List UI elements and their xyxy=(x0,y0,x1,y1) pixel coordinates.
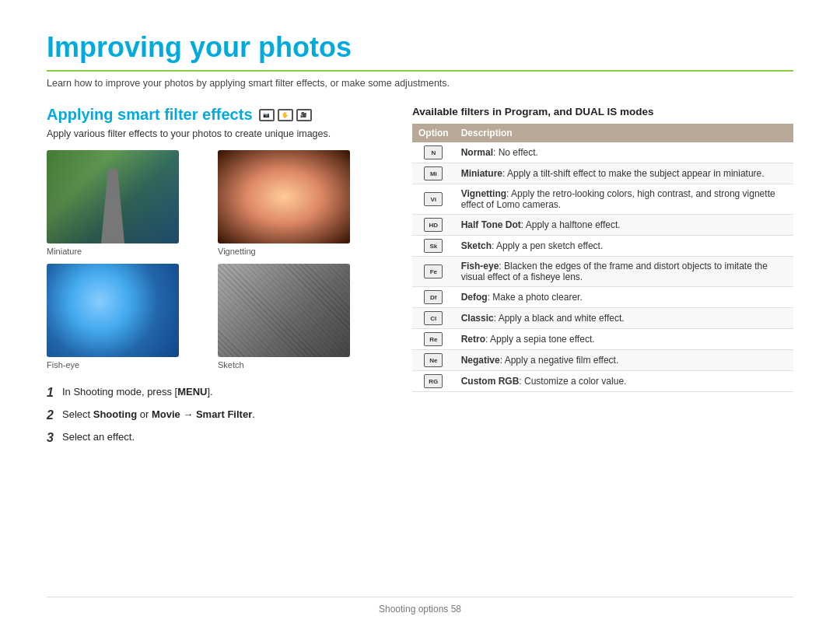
filter-name: Half Tone Dot xyxy=(461,219,521,230)
filter-name: Negative xyxy=(461,355,500,366)
filter-description-cell: Sketch: Apply a pen sketch effect. xyxy=(455,236,793,257)
table-row: ReRetro: Apply a sepia tone effect. xyxy=(412,329,793,350)
step-2: 2 Select Shooting or Movie → Smart Filte… xyxy=(47,408,381,424)
filter-table: Option Description NNormal: No effect.Mi… xyxy=(412,124,793,392)
filter-name: Classic xyxy=(461,313,494,324)
photo-vignetting-img xyxy=(218,150,350,243)
table-header-option: Option xyxy=(412,124,455,142)
step-3: 3 Select an effect. xyxy=(47,430,381,447)
filter-icon-cell: Re xyxy=(412,329,455,350)
filter-description-cell: Normal: No effect. xyxy=(455,142,793,163)
photo-item-miniature: Miniature xyxy=(47,150,210,256)
filter-icon: Df xyxy=(424,290,443,304)
filter-name: Defog xyxy=(461,292,488,303)
table-row: FeFish-eye: Blacken the edges of the fra… xyxy=(412,257,793,287)
filter-icon: Ne xyxy=(424,353,443,367)
photo-miniature-img xyxy=(47,150,179,243)
filter-icon: Sk xyxy=(424,239,443,253)
filter-icon: RG xyxy=(424,374,443,388)
step-1-num: 1 xyxy=(47,385,58,401)
table-title: Available filters in Program, and DUAL I… xyxy=(412,106,793,117)
photo-box-vignetting xyxy=(218,150,350,243)
camera-icon-2: 🖐 xyxy=(278,109,293,121)
steps-list: 1 In Shooting mode, press [MENU]. 2 Sele… xyxy=(47,385,381,446)
filter-description-cell: Fish-eye: Blacken the edges of the frame… xyxy=(455,257,793,287)
filter-description-cell: Negative: Apply a negative film effect. xyxy=(455,350,793,371)
table-header-description: Description xyxy=(455,124,793,142)
filter-icon: Cl xyxy=(424,311,443,325)
filter-icon-cell: Vi xyxy=(412,184,455,215)
camera-icons: 📷 🖐 🎥 xyxy=(259,109,312,121)
filter-icon-cell: Df xyxy=(412,287,455,308)
camera-icon-3: 🎥 xyxy=(296,109,312,121)
left-column: Applying smart filter effects 📷 🖐 🎥 Appl… xyxy=(47,106,381,452)
step-3-num: 3 xyxy=(47,430,58,447)
filter-description-cell: Half Tone Dot: Apply a halftone effect. xyxy=(455,215,793,236)
photo-box-fisheye xyxy=(47,264,179,357)
table-row: NNormal: No effect. xyxy=(412,142,793,163)
right-column: Available filters in Program, and DUAL I… xyxy=(412,106,793,452)
filter-icon-cell: Cl xyxy=(412,308,455,329)
page-title: Improving your photos xyxy=(47,31,793,72)
filter-name: Miniature xyxy=(461,168,502,179)
photo-item-fisheye: Fish-eye xyxy=(47,264,210,370)
filter-description-cell: Vignetting: Apply the retro-looking colo… xyxy=(455,184,793,215)
filter-icon: Vi xyxy=(424,192,443,206)
step-2-num: 2 xyxy=(47,408,58,424)
table-row: RGCustom RGB: Customize a color value. xyxy=(412,371,793,392)
filter-description-cell: Custom RGB: Customize a color value. xyxy=(455,371,793,392)
filter-icon-cell: Ne xyxy=(412,350,455,371)
table-row: MiMiniature: Apply a tilt-shift effect t… xyxy=(412,163,793,184)
page-subtitle: Learn how to improve your photos by appl… xyxy=(47,78,793,89)
filter-icon: Re xyxy=(424,332,443,346)
photo-box-sketch xyxy=(218,264,350,357)
photo-label-fisheye: Fish-eye xyxy=(47,360,210,370)
filter-icon: HD xyxy=(424,218,443,232)
section-title-text: Applying smart filter effects xyxy=(47,106,253,124)
filter-icon-cell: RG xyxy=(412,371,455,392)
filter-icon-cell: Mi xyxy=(412,163,455,184)
filter-icon-cell: Fe xyxy=(412,257,455,287)
filter-name: Vignetting xyxy=(461,188,506,199)
filter-name: Sketch xyxy=(461,240,492,251)
filter-name: Custom RGB xyxy=(461,376,520,387)
step-1: 1 In Shooting mode, press [MENU]. xyxy=(47,385,381,401)
table-header-row: Option Description xyxy=(412,124,793,142)
photo-sketch-img xyxy=(218,264,350,357)
filter-description-cell: Classic: Apply a black and white effect. xyxy=(455,308,793,329)
filter-icon: N xyxy=(424,145,443,159)
table-row: NeNegative: Apply a negative film effect… xyxy=(412,350,793,371)
section-title: Applying smart filter effects 📷 🖐 🎥 xyxy=(47,106,381,124)
filter-icon: Fe xyxy=(424,264,443,278)
photo-fisheye-img xyxy=(47,264,179,357)
filter-icon-cell: Sk xyxy=(412,236,455,257)
step-2-text: Select Shooting or Movie → Smart Filter. xyxy=(62,408,255,422)
table-row: HDHalf Tone Dot: Apply a halftone effect… xyxy=(412,215,793,236)
section-description: Apply various filter effects to your pho… xyxy=(47,128,381,139)
camera-icon-1: 📷 xyxy=(259,109,275,121)
main-layout: Applying smart filter effects 📷 🖐 🎥 Appl… xyxy=(47,106,793,452)
photo-item-vignetting: Vignetting xyxy=(218,150,381,256)
photo-label-sketch: Sketch xyxy=(218,360,381,370)
photo-box-miniature xyxy=(47,150,179,243)
photo-grid: Miniature Vignetting Fish-eye Sketch xyxy=(47,150,381,370)
step-1-text: In Shooting mode, press [MENU]. xyxy=(62,385,213,399)
photo-label-miniature: Miniature xyxy=(47,247,210,256)
filter-icon-cell: N xyxy=(412,142,455,163)
photo-item-sketch: Sketch xyxy=(218,264,381,370)
filter-icon: Mi xyxy=(424,166,443,180)
step-3-text: Select an effect. xyxy=(62,430,135,444)
filter-name: Retro xyxy=(461,334,485,345)
filter-name: Normal xyxy=(461,147,493,158)
table-row: ClClassic: Apply a black and white effec… xyxy=(412,308,793,329)
table-row: ViVignetting: Apply the retro-looking co… xyxy=(412,184,793,215)
filter-description-cell: Retro: Apply a sepia tone effect. xyxy=(455,329,793,350)
filter-description-cell: Defog: Make a photo clearer. xyxy=(455,287,793,308)
table-row: DfDefog: Make a photo clearer. xyxy=(412,287,793,308)
filter-icon-cell: HD xyxy=(412,215,455,236)
table-row: SkSketch: Apply a pen sketch effect. xyxy=(412,236,793,257)
photo-label-vignetting: Vignetting xyxy=(218,247,381,256)
filter-name: Fish-eye xyxy=(461,261,499,271)
filter-description-cell: Miniature: Apply a tilt-shift effect to … xyxy=(455,163,793,184)
footer: Shooting options 58 xyxy=(47,597,793,615)
